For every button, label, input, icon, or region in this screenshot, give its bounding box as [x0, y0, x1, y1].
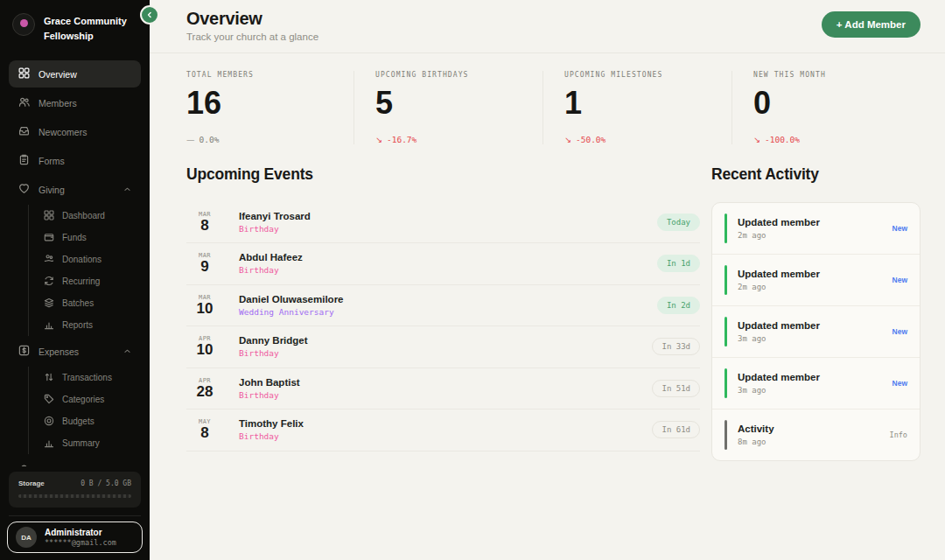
activity-row: Updated member 2m ago New [712, 255, 920, 306]
org-logo [12, 13, 35, 36]
sidebar-item-expenses[interactable]: Expenses [9, 338, 141, 365]
sidebar-item-newcomers[interactable]: Newcomers [9, 118, 141, 145]
tag-icon [44, 394, 54, 406]
stat-total-members: TOTAL MEMBERS 16 — 0.0% [186, 71, 354, 144]
event-day: 28 [186, 384, 223, 401]
sidebar-item-giving-reports[interactable]: Reports [38, 314, 141, 336]
activity-tag: New [892, 224, 907, 233]
event-type: Birthday [239, 431, 652, 441]
sidebar-item-expenses-transactions[interactable]: Transactions [38, 367, 141, 388]
sidebar-item-label: Forms [38, 156, 65, 166]
event-name: Daniel Oluwasemilore [239, 294, 657, 304]
sidebar-item-forms[interactable]: Forms [9, 147, 141, 174]
stat-label: NEW THIS MONTH [753, 71, 920, 79]
stat-value: 5 [375, 86, 542, 121]
sidebar-item-label: Transactions [62, 373, 112, 382]
sidebar-item-expenses-budgets[interactable]: Budgets [38, 410, 141, 432]
trend-down-icon: ↘ [375, 135, 382, 144]
event-row[interactable]: APR 28 John Baptist Birthday In 51d [186, 368, 700, 410]
sidebar-item-reminders[interactable]: Reminders [9, 456, 141, 466]
sidebar-item-giving-batches[interactable]: Batches [38, 292, 141, 314]
user-menu[interactable]: DA Administrator ******@gmail.com [7, 522, 143, 553]
target-icon [44, 416, 54, 428]
sidebar-item-giving-donations[interactable]: Donations [38, 248, 141, 270]
sidebar-item-expenses-categories[interactable]: Categories [38, 388, 141, 410]
event-badge: Today [657, 214, 700, 231]
sidebar-item-label: Donations [62, 255, 102, 264]
sidebar-item-label: Giving [38, 185, 65, 195]
activity-title: Updated member [738, 269, 892, 279]
event-name: Timothy Felix [239, 418, 652, 429]
stat-value: 0 [753, 86, 920, 121]
sidebar-item-label: Funds [62, 233, 87, 242]
sidebar-item-giving-funds[interactable]: Funds [38, 227, 141, 248]
activity-time: 2m ago [738, 231, 892, 240]
event-row[interactable]: MAY 8 Timothy Felix Birthday In 61d [186, 410, 700, 452]
event-row[interactable]: MAR 10 Daniel Oluwasemilore Wedding Anni… [186, 285, 700, 327]
sidebar-item-expenses-summary[interactable]: Summary [38, 432, 141, 454]
sidebar-item-label: Dashboard [62, 211, 105, 220]
event-name: Ifeanyi Trosard [239, 211, 657, 221]
refresh-icon [44, 276, 54, 288]
activity-indicator-bar [724, 368, 727, 398]
event-date: MAR 9 [186, 252, 223, 276]
stat-delta-value: -50.0% [576, 135, 606, 144]
add-member-button[interactable]: + Add Member [822, 11, 920, 38]
sidebar-item-giving-dashboard[interactable]: Dashboard [38, 205, 141, 227]
sidebar-item-giving-recurring[interactable]: Recurring [38, 270, 141, 292]
event-day: 9 [186, 259, 223, 276]
stat-label: UPCOMING MILESTONES [564, 71, 732, 79]
sidebar-item-overview[interactable]: Overview [9, 60, 141, 88]
sidebar-item-label: Summary [62, 438, 100, 448]
storage-widget: Storage 0 B / 5.0 GB [9, 472, 141, 508]
chevron-up-icon [123, 346, 131, 357]
activity-tag: Info [890, 430, 907, 439]
storage-label: Storage [18, 480, 45, 487]
layers-icon [44, 298, 54, 310]
sidebar-item-label: Members [38, 98, 77, 108]
activity-indicator-bar [724, 265, 727, 295]
inbox-icon [18, 125, 30, 138]
grid-icon [44, 210, 54, 222]
coins-icon [44, 254, 54, 266]
events-list: MAR 8 Ifeanyi Trosard Birthday Today MAR… [186, 202, 700, 452]
sidebar-item-label: Recurring [62, 276, 100, 286]
sidebar-item-label: Budgets [62, 416, 94, 426]
event-row[interactable]: MAR 9 Abdul Hafeez Birthday In 1d [186, 243, 700, 285]
sidebar-item-label: Reminders [38, 465, 83, 467]
event-date: APR 10 [186, 335, 223, 359]
sidebar-item-members[interactable]: Members [9, 89, 141, 116]
activity-title: Updated member [738, 372, 892, 382]
recent-activity-title: Recent Activity [711, 165, 920, 184]
stat-delta: ↘ -100.0% [753, 135, 920, 144]
activity-tag: New [892, 327, 907, 336]
event-badge: In 51d [652, 380, 700, 397]
activity-tag: New [892, 379, 907, 388]
event-badge: In 33d [652, 338, 700, 355]
event-day: 10 [186, 342, 223, 359]
event-badge: In 61d [652, 421, 700, 438]
activity-row: Activity 8m ago Info [712, 410, 920, 460]
activity-title: Activity [738, 424, 890, 434]
stat-delta-value: 0.0% [200, 135, 220, 144]
stat-value: 1 [564, 86, 732, 121]
chevron-up-icon [123, 185, 131, 195]
event-row[interactable]: MAR 8 Ifeanyi Trosard Birthday Today [186, 202, 700, 244]
stat-value: 16 [186, 86, 354, 121]
event-date: MAR 8 [186, 211, 223, 234]
sidebar-nav: Overview Members Newcomers Forms Giving … [0, 57, 150, 466]
event-name: Abdul Hafeez [239, 252, 657, 262]
storage-value: 0 B / 5.0 GB [80, 480, 131, 487]
event-badge: In 2d [657, 297, 700, 314]
user-email: ******@gmail.com [45, 538, 116, 547]
sidebar-item-label: Expenses [38, 346, 79, 357]
event-row[interactable]: APR 10 Danny Bridget Birthday In 33d [186, 326, 700, 368]
heart-icon [18, 183, 30, 196]
bar-chart-icon [44, 438, 54, 450]
sidebar-item-giving[interactable]: Giving [9, 176, 141, 203]
stat-delta: — 0.0% [186, 135, 354, 144]
activity-row: Updated member 2m ago New [712, 203, 920, 255]
activity-indicator-bar [724, 317, 727, 346]
trend-flat-icon: — [186, 135, 195, 144]
sidebar-collapse-button[interactable] [140, 5, 159, 24]
